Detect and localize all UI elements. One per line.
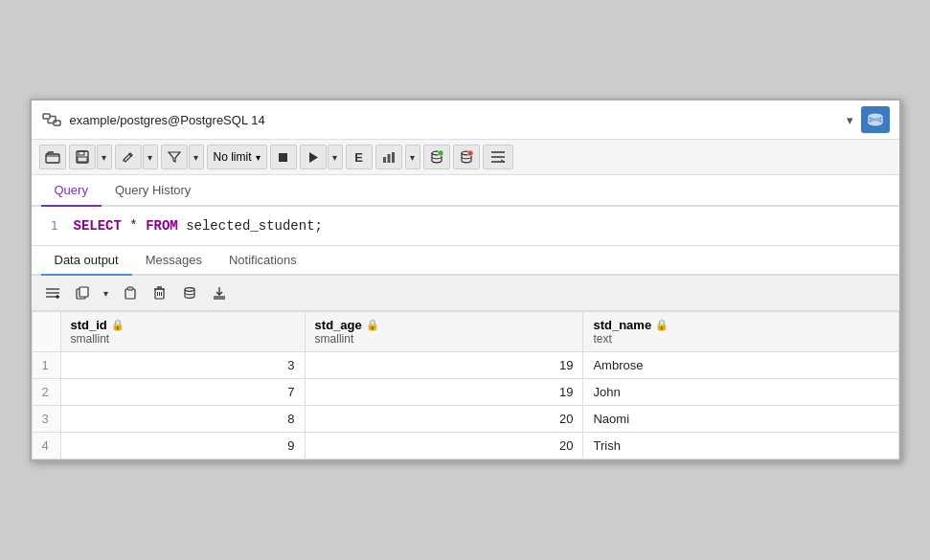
main-toolbar: ▾ ▾ ▾ No limit ▾ — [32, 140, 899, 175]
lock-icon-std-age: 🔒 — [366, 319, 379, 331]
add-row-button[interactable] — [39, 280, 66, 305]
limit-dropdown[interactable]: No limit ▾ — [207, 145, 267, 169]
filter-button[interactable] — [161, 145, 188, 169]
cell-std-name[interactable]: Naomi — [583, 406, 898, 433]
sql-code-area[interactable]: SELECT * FROM selected_student; — [66, 214, 899, 237]
output-toolbar: ▾ — [32, 276, 899, 311]
col-header-std-age: std_age 🔒 smallint — [305, 312, 583, 352]
chevron-icon: ▾ — [410, 152, 415, 163]
cell-std-id[interactable]: 8 — [60, 406, 305, 433]
cell-std-age[interactable]: 19 — [305, 352, 583, 379]
cell-std-id[interactable]: 3 — [60, 352, 305, 379]
col-header-std-name: std_name 🔒 text — [583, 312, 898, 352]
open-file-button[interactable] — [39, 145, 66, 169]
limit-chevron-icon: ▾ — [256, 152, 261, 163]
col-name-std-id: std_id — [71, 318, 107, 332]
lock-icon-std-name: 🔒 — [655, 319, 669, 331]
lock-icon-std-id: 🔒 — [111, 319, 125, 331]
stop-button[interactable] — [270, 145, 297, 169]
svg-point-11 — [869, 118, 882, 123]
svg-rect-18 — [383, 157, 386, 163]
db-connect-button[interactable] — [423, 145, 450, 169]
delete-button[interactable] — [147, 280, 173, 305]
table-row: 3 8 20 Naomi — [32, 406, 898, 433]
row-num-cell: 3 — [32, 406, 60, 433]
copy-dropdown-button[interactable]: ▾ — [99, 280, 114, 305]
row-num-cell: 4 — [32, 433, 60, 459]
row-num-cell: 1 — [32, 352, 60, 379]
chevron-icon: ▾ — [103, 288, 108, 299]
svg-rect-20 — [392, 152, 395, 163]
save-dropdown-button[interactable]: ▾ — [97, 145, 112, 169]
row-num-header — [32, 312, 60, 352]
db-disconnect-button[interactable] — [453, 145, 480, 169]
svg-point-24 — [467, 150, 473, 156]
db-icon[interactable] — [861, 106, 890, 133]
app-window: example/postgres@PostgreSQL 14 ▾ — [30, 99, 901, 461]
svg-rect-19 — [387, 154, 390, 163]
svg-point-22 — [438, 150, 443, 156]
chevron-icon: ▾ — [193, 152, 198, 163]
download-button[interactable] — [206, 280, 233, 305]
tab-data-output[interactable]: Data output — [41, 246, 132, 276]
save-group: ▾ — [69, 145, 112, 169]
sql-star: * — [122, 218, 146, 234]
copy-button[interactable] — [69, 280, 96, 305]
limit-label: No limit — [214, 150, 252, 164]
svg-rect-1 — [54, 121, 60, 125]
query-tabs: Query Query History — [32, 175, 899, 207]
cell-std-age[interactable]: 19 — [305, 379, 583, 406]
paste-button[interactable] — [117, 280, 144, 305]
output-tabs: Data output Messages Notifications — [32, 246, 899, 276]
save-button[interactable] — [69, 145, 96, 169]
chevron-icon: ▾ — [102, 152, 106, 163]
connection-dropdown[interactable]: ▾ — [847, 113, 853, 127]
svg-rect-35 — [79, 287, 88, 297]
explain-label: E — [354, 150, 363, 165]
cell-std-age[interactable]: 20 — [305, 433, 583, 459]
cell-std-name[interactable]: Ambrose — [583, 352, 898, 379]
save-to-db-button[interactable] — [176, 280, 203, 305]
col-header-std-id: std_id 🔒 smallint — [60, 312, 305, 352]
sql-table: selected_student; — [178, 218, 323, 234]
col-type-std-name: text — [593, 332, 888, 346]
tab-query[interactable]: Query — [41, 175, 102, 207]
edit-button[interactable] — [115, 145, 142, 169]
connection-string: example/postgres@PostgreSQL 14 — [70, 113, 839, 127]
cell-std-age[interactable]: 20 — [305, 406, 583, 433]
table-row: 4 9 20 Trish — [32, 433, 898, 459]
explain-chart-button[interactable] — [375, 145, 402, 169]
run-dropdown-button[interactable]: ▾ — [328, 145, 343, 169]
explain-dropdown-button[interactable]: ▾ — [405, 145, 420, 169]
connection-icon — [41, 109, 62, 130]
menu-button[interactable] — [483, 145, 513, 169]
cell-std-id[interactable]: 9 — [60, 433, 305, 459]
keyword-from: FROM — [146, 218, 178, 234]
table-row: 1 3 19 Ambrose — [32, 352, 898, 379]
col-name-std-age: std_age — [315, 318, 362, 332]
sql-editor: 1 SELECT * FROM selected_student; — [32, 207, 899, 246]
line-number-1: 1 — [39, 218, 58, 233]
explain-button[interactable]: E — [346, 145, 373, 169]
filter-dropdown-button[interactable]: ▾ — [189, 145, 204, 169]
chevron-down-icon: ▾ — [847, 113, 853, 127]
svg-rect-37 — [127, 287, 133, 290]
chevron-icon: ▾ — [147, 152, 152, 163]
tab-query-history[interactable]: Query History — [102, 175, 204, 207]
table-row: 2 7 19 John — [32, 379, 898, 406]
tab-notifications[interactable]: Notifications — [215, 246, 310, 276]
col-name-std-name: std_name — [593, 318, 651, 332]
row-num-cell: 2 — [32, 379, 60, 406]
edit-dropdown-button[interactable]: ▾ — [143, 145, 158, 169]
line-numbers: 1 — [32, 214, 66, 236]
run-button[interactable] — [300, 145, 327, 169]
tab-messages[interactable]: Messages — [132, 246, 215, 276]
data-table-wrapper: std_id 🔒 smallint std_age 🔒 smallint — [32, 311, 899, 459]
cell-std-id[interactable]: 7 — [60, 379, 305, 406]
cell-std-name[interactable]: John — [583, 379, 898, 406]
edit-group: ▾ — [115, 145, 158, 169]
cell-std-name[interactable]: Trish — [583, 433, 898, 459]
col-type-std-age: smallint — [315, 332, 574, 346]
col-type-std-id: smallint — [71, 332, 295, 346]
filter-group: ▾ — [161, 145, 204, 169]
